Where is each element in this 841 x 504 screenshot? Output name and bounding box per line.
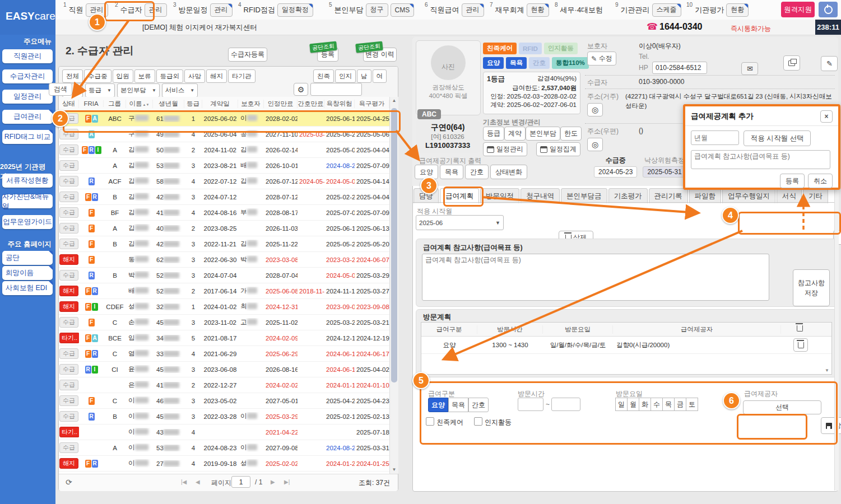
basic-button-계약[interactable]: 계약 (504, 127, 526, 141)
refresh-icon[interactable]: ⟳ (66, 478, 72, 487)
tab-관리기록[interactable]: 관리기록 (649, 188, 688, 203)
visit-table-row[interactable]: 요양 1300 ~ 1430 일/월/화/수/목/금/토 길향0(시급/2000… (421, 337, 831, 354)
map-pin-button[interactable]: ◎ (587, 103, 603, 116)
nav-item-9[interactable]: 9기관관리스케줄 (615, 2, 681, 18)
mail-button[interactable]: ✉ (741, 62, 758, 75)
nav-item-6[interactable]: 6직원급여관리 (425, 2, 484, 18)
nav-item-10[interactable]: 10기관평가현황 (686, 2, 749, 18)
form-type-간호[interactable]: 간호 (468, 398, 489, 412)
sidebar-item-급여관리[interactable]: 급여관리 (2, 110, 53, 124)
popup-submit-button[interactable]: 등록 (780, 174, 805, 188)
time-to-input[interactable] (551, 398, 580, 411)
popup-close-button[interactable]: × (820, 110, 833, 123)
nav-sub-button-관리[interactable]: 관리 (210, 3, 233, 17)
column-header-상태[interactable]: 상태 (59, 100, 79, 108)
sidebar-item-자가진단&매뉴얼[interactable]: 자가진단&매뉴얼 (2, 194, 53, 208)
basic-button-한도[interactable]: 한도 (560, 127, 582, 141)
nav-sub-button-청구[interactable]: 청구 (366, 3, 388, 17)
nav-item-8[interactable]: 8세무·4대보험 (555, 2, 603, 18)
sidebar-item-사회보험 EDI[interactable]: 사회보험 EDI (2, 281, 53, 295)
scroll-down-icon[interactable]: ▼ (825, 368, 829, 373)
table-row[interactable]: 해지F동6232022-06-30박2023-03-082023-03-2720… (59, 252, 389, 268)
table-row[interactable]: 해지FICDEF성3212024-01-02최2024-12-312023-09… (59, 299, 389, 315)
table-row[interactable]: 수급RICI윤4532023-06-082026-08-162024-06-18… (59, 362, 389, 377)
filter-chip-해지[interactable]: 해지 (206, 69, 227, 83)
table-row[interactable]: 수급FBF김4142024-08-16부2028-08-172025-07-09… (59, 205, 389, 221)
sidebar-item-희망이음[interactable]: 희망이음 (2, 266, 53, 280)
plan-note-textarea[interactable] (422, 254, 769, 301)
table-scrollbar[interactable]: ▲ ▼ (389, 97, 398, 474)
filter-chip-사망[interactable]: 사망 (184, 69, 205, 83)
search-input[interactable] (310, 83, 362, 96)
guardian-edit-button[interactable]: ✎ 수정 (587, 52, 616, 66)
table-row[interactable]: 수급FAABC구6112025-06-02이2028-02-022025-06-… (59, 111, 389, 127)
form-type-목욕[interactable]: 목욕 (448, 398, 468, 412)
table-row[interactable]: 수급FRIA김5022024-11-02김2026-02-142025-05-0… (59, 142, 389, 158)
table-row[interactable]: 수급A이5342024-08-23이2027-09-082024-08-2620… (59, 440, 389, 456)
table-row[interactable]: 수급RB이4532022-03-28이2025-03-292025-02-132… (59, 409, 389, 424)
nav-item-7[interactable]: 7재무회계현황 (490, 2, 549, 18)
kin-care-checkbox[interactable]: 친족케어 (426, 417, 463, 427)
column-header-욕구평가[interactable]: 욕구평가 (355, 100, 389, 108)
day-button-화[interactable]: 화 (639, 398, 651, 411)
column-header-계약일[interactable]: 계약일 (202, 100, 238, 108)
page-prev-icon[interactable]: ◀ (196, 479, 200, 485)
scroll-down-icon[interactable]: ▼ (390, 466, 398, 474)
visit-row-delete-button[interactable] (793, 338, 808, 352)
column-header-FRIA[interactable]: FRIA (79, 100, 104, 107)
popup-select-month-button[interactable]: 적용 시작월 선택 (744, 130, 811, 146)
column-header-보호자[interactable]: 보호자 (238, 100, 264, 108)
table-row[interactable]: 타기..이4342021-04-222025-07-18 (59, 424, 389, 440)
table-row[interactable]: 해지FR배5222017-06-14가2025-06-082018-11-092… (59, 283, 389, 299)
filter-chip-남[interactable]: 남 (357, 69, 371, 83)
start-month-select[interactable]: 2025-06 ▼ (416, 215, 504, 230)
column-header-인정만료[interactable]: 인정만료 (264, 100, 298, 108)
filter-chip-인지[interactable]: 인지 (335, 69, 356, 83)
record-button-상태변화[interactable]: 상태변화 (490, 165, 527, 179)
sidebar-item-일정관리[interactable]: 일정관리 (2, 90, 53, 104)
page-input[interactable] (231, 476, 250, 488)
photo-placeholder[interactable]: 사진 권장해상도 400*480 픽셀 ABC (416, 40, 481, 115)
filter-chip-입원[interactable]: 입원 (113, 69, 133, 83)
nav-sub-button-관리[interactable]: 관리 (145, 3, 167, 17)
table-row[interactable]: 수급FRB김4232024-07-122028-07-122025-02-242… (59, 189, 389, 205)
nav-sub-button-관리[interactable]: 관리 (462, 3, 484, 17)
table-row[interactable]: 수급A구4942025-06-04공2027-11-102025-03-2720… (59, 127, 389, 142)
filter-select-서비스[interactable]: 서비스▼ (162, 83, 198, 97)
sidebar-item-직원관리[interactable]: 직원관리 (2, 49, 53, 63)
column-header-간호만료[interactable]: 간호만료 (298, 100, 324, 108)
tab-청구내역[interactable]: 청구내역 (521, 188, 560, 203)
search-button[interactable]: 검색 (49, 83, 72, 96)
record-button-목욕[interactable]: 목욕 (440, 165, 463, 179)
filter-chip-전체[interactable]: 전체 (62, 69, 83, 83)
sidebar-item-서류작성현황[interactable]: 서류작성현황 (2, 174, 53, 188)
popup-month-input[interactable] (691, 130, 739, 145)
provider-select-button[interactable]: 선택 (743, 400, 821, 414)
settings-button[interactable]: ⚙ (294, 83, 308, 96)
column-header-생년월[interactable]: 생년월 (153, 100, 184, 108)
filter-chip-등급외[interactable]: 등급외 (156, 69, 184, 83)
action-button-등록[interactable]: 등록공단조회 (317, 48, 338, 62)
filter-chip-수급중[interactable]: 수급중 (84, 69, 111, 83)
table-row[interactable]: 타기..FABCE임3452021-08-172024-02-092024-12… (59, 330, 389, 346)
nav-item-4[interactable]: 4RFID점검일정확정 (238, 2, 313, 18)
tab-급여계획[interactable]: 급여계획 (440, 188, 479, 203)
scroll-up-icon[interactable]: ▲ (390, 97, 398, 105)
filter-chip-타기관[interactable]: 타기관 (228, 69, 255, 83)
cognitive-checkbox[interactable]: 인지활동 (474, 417, 512, 427)
basic-button-본인부담[interactable]: 본인부담 (526, 127, 560, 141)
edit-button[interactable]: ✎ (821, 56, 838, 71)
popup-note-textarea[interactable] (691, 150, 830, 169)
day-button-금[interactable]: 금 (674, 398, 686, 411)
column-header-등급[interactable]: 등급 (184, 100, 202, 108)
map-pin-button-2[interactable]: ◎ (587, 138, 603, 151)
filter-select-등급[interactable]: 등급▼ (85, 83, 115, 97)
record-button-간호[interactable]: 간호 (465, 165, 489, 179)
column-header-이름[interactable]: 이름▲▼ (126, 100, 153, 108)
tab-본인부담금[interactable]: 본인부담금 (561, 188, 607, 203)
detail-scrollbar[interactable] (834, 188, 839, 491)
table-row[interactable]: 수급FRC염3342021-06-292025-06-292024-06-172… (59, 346, 389, 362)
table-row[interactable]: 해지FR이2742019-09-18성2025-02-022024-01-252… (59, 456, 389, 472)
filter-select-본인부담[interactable]: 본인부담▼ (117, 83, 160, 97)
basic-button-등급[interactable]: 등급 (483, 127, 504, 141)
